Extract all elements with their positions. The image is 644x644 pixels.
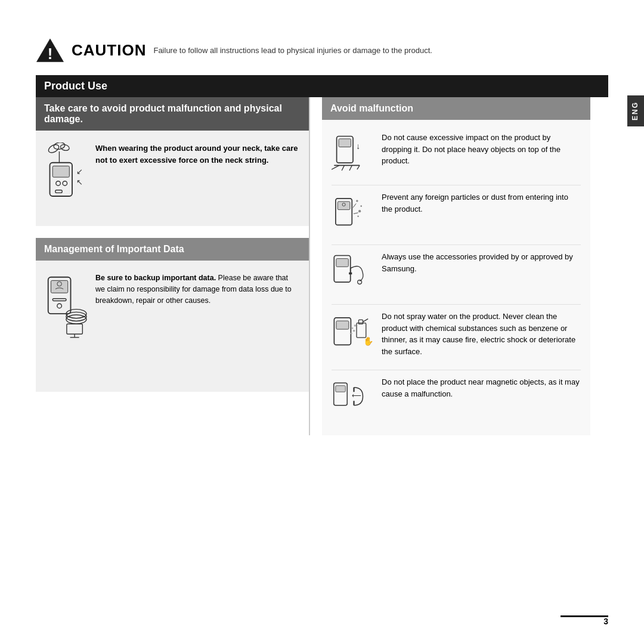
right-item-2: Prevent any foreign particles or dust fr… <box>332 185 581 245</box>
device-neck-icon: ↙ ↖ <box>45 143 87 208</box>
page-container: ENG ! CAUTION Failure to follow all inst… <box>0 0 644 644</box>
svg-point-3 <box>53 143 65 150</box>
right-item-5: ⟵ Do not place the product near magnetic… <box>332 370 581 429</box>
svg-rect-21 <box>67 324 82 334</box>
caution-header: ! CAUTION Failure to follow all instruct… <box>36 36 608 64</box>
right-item-4: ✋ Do not spray water on the product. Nev… <box>332 305 581 370</box>
left-sub-header: Take care to avoid product malfunction a… <box>36 97 309 131</box>
svg-rect-7 <box>52 166 69 177</box>
device-dust-icon <box>332 191 373 239</box>
svg-line-39 <box>353 203 356 208</box>
svg-point-51 <box>352 327 354 329</box>
svg-point-4 <box>60 144 70 151</box>
svg-rect-47 <box>336 321 349 329</box>
right-column: Avoid malfunction <box>310 97 590 435</box>
svg-line-28 <box>342 165 344 171</box>
svg-line-29 <box>349 165 352 171</box>
page-number: 3 <box>603 617 608 626</box>
svg-point-38 <box>357 216 359 218</box>
svg-point-53 <box>351 333 352 335</box>
right-item-1-text: Do not cause excessive impact on the pro… <box>382 132 581 167</box>
right-item-2-text: Prevent any foreign particles or dust fr… <box>382 191 581 215</box>
device-drop-icon: ↓ <box>332 132 373 179</box>
left-content-text: When wearing the product around your nec… <box>95 143 299 168</box>
svg-point-9 <box>63 181 67 186</box>
page-line <box>561 615 608 617</box>
svg-text:↓: ↓ <box>356 142 360 151</box>
svg-line-40 <box>354 213 358 214</box>
svg-point-8 <box>56 181 61 186</box>
svg-point-36 <box>360 205 362 207</box>
svg-rect-42 <box>336 259 349 267</box>
device-water-icon: ✋ <box>332 311 373 364</box>
right-item-5-text: Do not place the product near magnetic o… <box>382 376 581 400</box>
caution-title: CAUTION <box>72 41 146 60</box>
right-item-3: Always use the accessories provided by o… <box>332 245 581 305</box>
svg-text:↖: ↖ <box>76 178 83 187</box>
svg-rect-25 <box>339 139 351 147</box>
right-item-1: ↓ Do not cause excessive impact on the p… <box>332 126 581 185</box>
device-data-icon <box>45 273 87 340</box>
svg-rect-45 <box>349 273 352 274</box>
management-content-area: Be sure to backup important data. Please… <box>36 261 309 392</box>
management-header: Management of Important Data <box>36 238 309 261</box>
svg-rect-56 <box>336 386 346 392</box>
svg-rect-10 <box>55 190 62 193</box>
svg-rect-14 <box>51 280 67 293</box>
svg-rect-48 <box>357 323 366 338</box>
product-use-bar: Product Use <box>36 75 608 97</box>
right-item-4-text: Do not spray water on the product. Never… <box>382 311 581 357</box>
management-text: Be sure to backup important data. Please… <box>95 273 299 306</box>
caution-icon: ! <box>36 36 64 64</box>
caution-description: Failure to follow all instructions lead … <box>153 46 432 55</box>
svg-point-35 <box>356 200 358 202</box>
device-accessories-icon <box>332 251 373 298</box>
svg-text:✋: ✋ <box>363 336 374 346</box>
right-items-container: ↓ Do not cause excessive impact on the p… <box>322 120 590 435</box>
device-magnet-icon: ⟵ <box>332 376 373 423</box>
svg-line-30 <box>357 165 360 169</box>
svg-text:!: ! <box>48 45 53 62</box>
svg-point-37 <box>358 210 361 212</box>
left-column: Take care to avoid product malfunction a… <box>36 97 310 435</box>
left-content-area: ↙ ↖ When wearing the product around your… <box>36 131 309 226</box>
svg-point-2 <box>47 143 60 154</box>
right-item-3-text: Always use the accessories provided by o… <box>382 251 581 274</box>
management-strong: Be sure to backup important data. <box>95 274 216 282</box>
svg-line-27 <box>332 165 339 169</box>
svg-text:↙: ↙ <box>76 167 83 176</box>
two-col-layout: Take care to avoid product malfunction a… <box>36 97 590 435</box>
svg-rect-49 <box>359 320 363 324</box>
svg-point-52 <box>353 330 355 332</box>
svg-rect-33 <box>338 202 350 210</box>
right-sub-header: Avoid malfunction <box>322 97 590 120</box>
svg-rect-16 <box>52 299 66 301</box>
svg-point-50 <box>354 324 357 327</box>
left-content-strong: When wearing the product around your nec… <box>95 143 299 166</box>
svg-point-17 <box>57 304 62 308</box>
svg-text:⟵: ⟵ <box>352 392 361 399</box>
eng-tab: ENG <box>627 95 644 126</box>
